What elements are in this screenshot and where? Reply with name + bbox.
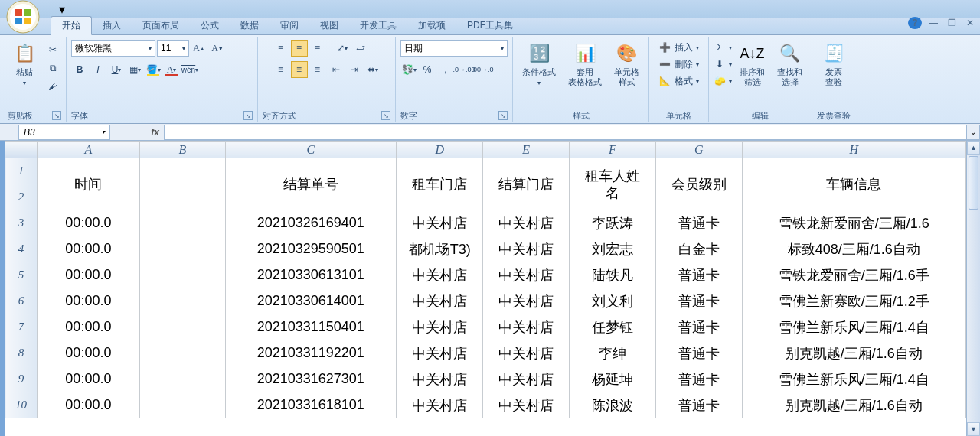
tab-formulas[interactable]: 公式: [190, 17, 230, 34]
align-left-button[interactable]: ≡: [273, 61, 289, 78]
expand-formula-bar[interactable]: ⌄: [966, 125, 980, 140]
sort-filter-button[interactable]: A↓Z排序和 筛选: [735, 38, 769, 90]
fx-icon[interactable]: fx: [151, 127, 159, 138]
cell[interactable]: 中关村店: [483, 366, 570, 392]
cell[interactable]: 雪铁龙新爱丽舍/三厢/1.6: [742, 210, 965, 236]
qat-dropdown-icon[interactable]: ▾: [54, 1, 70, 18]
restore-button[interactable]: ❐: [945, 18, 959, 28]
tab-developer[interactable]: 开发工具: [349, 17, 407, 34]
clipboard-launcher[interactable]: ↘: [52, 111, 61, 120]
cell[interactable]: 雪佛兰新乐风/三厢/1.4自: [742, 366, 965, 392]
insert-cells-button[interactable]: ➕插入▾: [659, 40, 699, 55]
conditional-format-button[interactable]: 🔢条件格式▾: [518, 38, 560, 91]
tab-pdf-tools[interactable]: PDF工具集: [456, 17, 524, 34]
decrease-indent-button[interactable]: ⇤: [328, 61, 345, 78]
cell[interactable]: 中关村店: [483, 236, 570, 262]
row-header[interactable]: 9: [5, 366, 38, 392]
cell[interactable]: 中关村店: [483, 262, 570, 288]
row-header[interactable]: 2: [5, 184, 38, 210]
cell-styles-button[interactable]: 🎨单元格 样式: [609, 38, 644, 90]
cell[interactable]: 中关村店: [396, 366, 482, 392]
vertical-scrollbar[interactable]: ▲ ▼: [966, 141, 980, 436]
cell[interactable]: 任梦钰: [570, 314, 656, 340]
help-icon[interactable]: ?: [908, 17, 922, 29]
tab-insert[interactable]: 插入: [92, 17, 132, 34]
cell[interactable]: 标致408/三厢/1.6自动: [742, 236, 965, 262]
cell[interactable]: 普通卡: [655, 392, 742, 418]
cell[interactable]: 00:00.0: [37, 392, 139, 418]
autosum-button[interactable]: Σ▾: [714, 40, 732, 55]
cell[interactable]: 雪佛兰新乐风/三厢/1.4自: [742, 314, 965, 340]
format-cells-button[interactable]: 📐格式▾: [659, 73, 699, 89]
cell[interactable]: 中关村店: [483, 288, 570, 314]
cell[interactable]: [139, 314, 225, 340]
cell[interactable]: [139, 210, 225, 236]
cell[interactable]: 普通卡: [655, 314, 742, 340]
cell[interactable]: 雪铁龙爱丽舍/三厢/1.6手: [742, 262, 965, 288]
row-header[interactable]: 10: [5, 392, 38, 418]
phonetic-button[interactable]: wén▾: [181, 61, 198, 78]
font-size-select[interactable]: 11▾: [157, 40, 189, 57]
close-button[interactable]: ✕: [963, 18, 977, 28]
underline-button[interactable]: U▾: [108, 61, 125, 78]
cell[interactable]: 00:00.0: [37, 340, 139, 366]
cell[interactable]: 别克凯越/三厢/1.6自动: [742, 392, 965, 418]
increase-decimal-button[interactable]: .0→.00: [456, 61, 472, 78]
align-center-button[interactable]: ≡: [291, 61, 308, 78]
worksheet[interactable]: A B C D E F G H 1 时间 结算单号 租车门店 结算门店 租车人姓…: [5, 141, 966, 436]
tab-page-layout[interactable]: 页面布局: [132, 17, 190, 34]
scroll-up-icon[interactable]: ▲: [967, 141, 980, 155]
number-launcher[interactable]: ↘: [498, 111, 508, 120]
delete-cells-button[interactable]: ➖删除▾: [659, 57, 699, 72]
office-button[interactable]: [3, 0, 46, 35]
cell[interactable]: 20210331150401: [225, 314, 396, 340]
cell[interactable]: [139, 158, 225, 210]
bold-button[interactable]: B: [71, 61, 88, 78]
number-format-select[interactable]: 日期▾: [400, 40, 508, 57]
cell[interactable]: 租车门店: [396, 158, 482, 210]
name-box[interactable]: B3▾: [18, 125, 110, 140]
cell[interactable]: 陆轶凡: [570, 262, 656, 288]
merge-button[interactable]: ⬌▾: [364, 61, 381, 78]
cell[interactable]: 20210326169401: [225, 210, 396, 236]
increase-indent-button[interactable]: ⇥: [346, 61, 363, 78]
font-name-select[interactable]: 微软雅黑▾: [71, 40, 155, 57]
cell[interactable]: 00:00.0: [37, 366, 139, 392]
minimize-button[interactable]: —: [926, 18, 940, 28]
cell[interactable]: 白金卡: [655, 236, 742, 262]
cell[interactable]: 普通卡: [655, 340, 742, 366]
cell[interactable]: 20210330613101: [225, 262, 396, 288]
cell[interactable]: [139, 366, 225, 392]
row-header[interactable]: 3: [5, 210, 38, 236]
cell[interactable]: 00:00.0: [37, 210, 139, 236]
row-header[interactable]: 4: [5, 236, 38, 262]
cell[interactable]: 车辆信息: [742, 158, 965, 210]
cell[interactable]: 杨延坤: [570, 366, 656, 392]
cell[interactable]: 20210331627301: [225, 366, 396, 392]
find-select-button[interactable]: 🔍查找和 选择: [773, 38, 807, 90]
select-all-corner[interactable]: [5, 142, 38, 158]
cell[interactable]: [139, 340, 225, 366]
cell[interactable]: 中关村店: [483, 392, 570, 418]
cell[interactable]: 别克凯越/三厢/1.6自动: [742, 340, 965, 366]
align-middle-button[interactable]: ≡: [291, 40, 308, 57]
cell[interactable]: [139, 288, 225, 314]
align-launcher[interactable]: ↘: [381, 111, 390, 120]
fill-color-button[interactable]: 🪣▾: [145, 61, 162, 78]
cell[interactable]: 时间: [37, 158, 139, 210]
align-right-button[interactable]: ≡: [309, 61, 326, 78]
cell[interactable]: 李跃涛: [570, 210, 656, 236]
tab-review[interactable]: 审阅: [270, 17, 309, 34]
wrap-text-button[interactable]: ⮐: [352, 40, 369, 57]
cell[interactable]: 陈浪波: [570, 392, 656, 418]
tab-home[interactable]: 开始: [51, 16, 92, 35]
col-header-C[interactable]: C: [225, 142, 396, 158]
decrease-font-icon[interactable]: A▼: [209, 40, 226, 57]
cell[interactable]: 中关村店: [483, 340, 570, 366]
scroll-thumb[interactable]: [969, 156, 978, 210]
scroll-down-icon[interactable]: ▼: [967, 422, 980, 436]
col-header-D[interactable]: D: [396, 142, 482, 158]
cell[interactable]: 00:00.0: [37, 314, 139, 340]
col-header-A[interactable]: A: [37, 142, 139, 158]
cell[interactable]: 中关村店: [483, 314, 570, 340]
